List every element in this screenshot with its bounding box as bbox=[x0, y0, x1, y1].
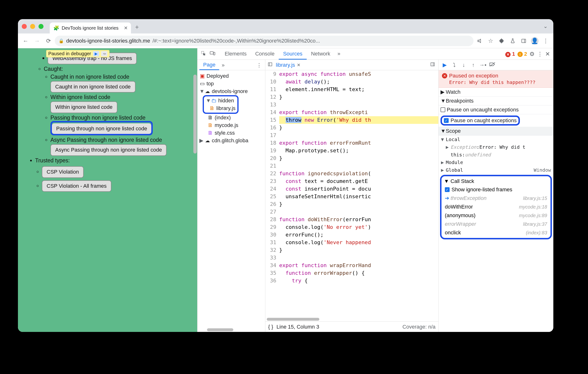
error-indicator[interactable]: ✕ 1 bbox=[505, 51, 515, 57]
maximize-window-icon[interactable] bbox=[39, 24, 43, 29]
tree-folder-hidden[interactable]: ▼ 🗀 hidden bbox=[205, 97, 236, 105]
devtools-menu-icon[interactable]: ⋮ bbox=[537, 51, 543, 57]
callstack-frame[interactable]: (anonymous)mycode.js:89 bbox=[441, 211, 550, 220]
navigator-hscrollbar[interactable] bbox=[207, 328, 233, 331]
warning-indicator[interactable]: ! 2 bbox=[517, 51, 527, 57]
code-line[interactable]: 33 bbox=[265, 254, 438, 262]
test-button[interactable]: CSP Violation - All frames bbox=[42, 180, 111, 192]
code-line[interactable]: 31 console.log('Never happened bbox=[265, 239, 438, 246]
code-line[interactable]: 22function ignoredcspviolation( bbox=[265, 170, 438, 177]
test-button[interactable]: Passing through non ignore listed code bbox=[52, 123, 151, 134]
test-button[interactable]: Async Passing through non ignore listed … bbox=[51, 144, 167, 156]
step-into-icon[interactable]: ↓ bbox=[460, 62, 468, 68]
scope-global[interactable]: ▶GlobalWindow bbox=[439, 166, 553, 174]
scope-this[interactable]: this: undefined bbox=[439, 151, 553, 159]
reload-button[interactable]: ⟳ bbox=[43, 36, 54, 46]
device-toggle-icon[interactable] bbox=[209, 51, 217, 57]
resume-icon[interactable]: ▶ bbox=[441, 62, 449, 68]
scope-section[interactable]: ▼Scope bbox=[439, 127, 553, 136]
tree-top[interactable]: ▭ top bbox=[198, 80, 264, 87]
extensions-icon[interactable] bbox=[496, 36, 507, 46]
tabs-overflow-icon[interactable]: ⌄ bbox=[543, 23, 548, 29]
code-line[interactable]: 23 const text = document.getE bbox=[265, 177, 438, 185]
code-line[interactable]: 24 const insertionPoint = docu bbox=[265, 185, 438, 193]
deactivate-breakpoints-icon[interactable] bbox=[488, 62, 496, 68]
tab-sources[interactable]: Sources bbox=[279, 48, 307, 60]
step-over-icon[interactable]: ⤵ bbox=[450, 62, 458, 68]
code-line[interactable]: 34export function wrapErrorHand bbox=[265, 262, 438, 269]
close-tab-icon[interactable]: ✕ bbox=[124, 25, 128, 31]
tree-file-library[interactable]: 🗎 library.js bbox=[205, 105, 236, 112]
show-ignored-row[interactable]: ✓ Show ignore-listed frames bbox=[441, 185, 550, 194]
code-line[interactable]: 12} bbox=[265, 93, 438, 101]
bp-caught-row[interactable]: ✓ Pause on caught exceptions bbox=[439, 114, 553, 127]
more-tabs-icon[interactable]: » bbox=[335, 48, 343, 60]
back-button[interactable]: ← bbox=[20, 36, 31, 46]
code-line[interactable]: 35 function errorWrapper() { bbox=[265, 269, 438, 277]
callstack-frame[interactable]: doWithErrormycode.js:18 bbox=[441, 203, 550, 211]
code-line[interactable]: 18export function errorFromRunt bbox=[265, 139, 438, 147]
show-debugger-icon[interactable] bbox=[430, 62, 437, 68]
resume-button[interactable]: ▶ bbox=[93, 51, 99, 56]
code-area[interactable]: 9export async function unsafeS10 await d… bbox=[265, 70, 438, 317]
code-line[interactable]: 27 bbox=[265, 208, 438, 216]
tree-deployed[interactable]: ▣ Deployed bbox=[198, 72, 264, 80]
code-line[interactable]: 17 bbox=[265, 131, 438, 139]
tab-elements[interactable]: Elements bbox=[220, 48, 251, 60]
code-line[interactable]: 20} bbox=[265, 154, 438, 162]
callstack-frame[interactable]: onclick(index):83 bbox=[441, 228, 550, 237]
bp-uncaught-row[interactable]: Pause on uncaught exceptions bbox=[439, 106, 553, 114]
navigator-more-icon[interactable]: » bbox=[219, 60, 227, 70]
code-line[interactable]: 10 await delay(); bbox=[265, 78, 438, 85]
checkbox-show-ignored[interactable]: ✓ bbox=[445, 187, 450, 192]
code-line[interactable]: 11 element.innerHTML = text; bbox=[265, 85, 438, 93]
close-window-icon[interactable] bbox=[22, 24, 27, 29]
editor-hscrollbar[interactable] bbox=[267, 318, 319, 321]
lock-icon[interactable]: 🔒 bbox=[59, 38, 64, 43]
profile-icon[interactable]: 👤 bbox=[529, 36, 540, 46]
code-line[interactable]: 25 unsafeSetInnerHtml(insertic bbox=[265, 193, 438, 200]
side-panel-icon[interactable] bbox=[518, 36, 529, 46]
code-line[interactable]: 32} bbox=[265, 246, 438, 254]
code-line[interactable]: 26} bbox=[265, 200, 438, 208]
code-line[interactable]: 19 Map.prototype.set(); bbox=[265, 147, 438, 154]
tab-network[interactable]: Network bbox=[307, 48, 335, 60]
browser-tab[interactable]: 🧩 DevTools ignore list stories ✕ bbox=[50, 22, 131, 33]
code-line[interactable]: 14export function throwExcepti bbox=[265, 108, 438, 116]
bookmark-icon[interactable]: ☆ bbox=[485, 36, 496, 46]
code-line[interactable]: 30 errorFunc(); bbox=[265, 231, 438, 239]
scope-local[interactable]: ▼Local bbox=[439, 136, 553, 143]
breakpoints-section[interactable]: ▼Breakpoints bbox=[439, 96, 553, 106]
tree-file-index[interactable]: 🗎 (index) bbox=[198, 114, 264, 121]
watch-section[interactable]: ▶Watch bbox=[439, 88, 553, 96]
step-icon[interactable]: →• bbox=[479, 62, 487, 68]
new-tab-button[interactable]: ＋ bbox=[134, 23, 140, 31]
labs-icon[interactable] bbox=[507, 36, 518, 46]
test-button[interactable]: Caught in non ignore listed code bbox=[51, 81, 136, 93]
tab-console[interactable]: Console bbox=[251, 48, 279, 60]
test-button[interactable]: Within ignore listed code bbox=[51, 101, 117, 113]
tree-cdn[interactable]: ▶ ☁ cdn.glitch.globa bbox=[198, 137, 264, 144]
editor-tab-library[interactable]: library.js ✕ bbox=[273, 61, 303, 69]
checkbox-caught[interactable]: ✓ bbox=[444, 118, 449, 123]
code-line[interactable]: 15 throw new Error('Why did th bbox=[265, 116, 438, 124]
chrome-menu-icon[interactable]: ⋮ bbox=[540, 36, 551, 46]
close-devtools-icon[interactable]: ✕ bbox=[545, 51, 550, 57]
braces-icon[interactable]: { } bbox=[268, 324, 273, 330]
tree-file-mycode[interactable]: 🗎 mycode.js bbox=[198, 121, 264, 129]
test-button[interactable]: CSP Violation bbox=[42, 166, 84, 178]
callstack-frame[interactable]: throwExceptionlibrary.js:15 bbox=[441, 194, 550, 203]
close-file-icon[interactable]: ✕ bbox=[297, 62, 300, 68]
code-line[interactable]: 9export async function unsafeS bbox=[265, 70, 438, 78]
minimize-window-icon[interactable] bbox=[30, 24, 35, 29]
code-line[interactable]: 21 bbox=[265, 162, 438, 170]
callstack-header[interactable]: ▼Call Stack bbox=[441, 177, 550, 185]
settings-icon[interactable]: ⚙ bbox=[529, 51, 535, 57]
code-line[interactable]: 16} bbox=[265, 124, 438, 131]
callstack-frame[interactable]: errorWrapperlibrary.js:37 bbox=[441, 220, 550, 228]
code-line[interactable]: 29 console.log('No error yet') bbox=[265, 223, 438, 231]
checkbox-uncaught[interactable] bbox=[441, 107, 445, 112]
step-over-button[interactable]: ⤼ bbox=[101, 51, 107, 56]
scope-module[interactable]: ▶Module bbox=[439, 159, 553, 166]
code-line[interactable]: 36 try { bbox=[265, 277, 438, 285]
